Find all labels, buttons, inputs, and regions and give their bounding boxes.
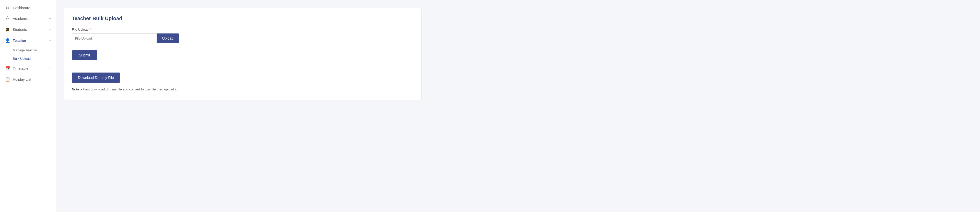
holiday-list-icon: 📋 <box>5 77 10 82</box>
chevron-down-icon: ▾ <box>49 17 51 21</box>
note-text: Note :- First download dummy file and co… <box>72 87 414 92</box>
page-title: Teacher Bulk Upload <box>72 16 414 21</box>
sidebar-item-label: Holiday List <box>13 77 31 81</box>
sidebar-item-dashboard[interactable]: 🏛 Dashboard <box>0 3 56 13</box>
sidebar-item-label: Academics <box>13 17 30 21</box>
main-content: Teacher Bulk Upload File Upload * Upload… <box>56 0 980 212</box>
teacher-icon: 👤 <box>5 38 10 43</box>
sidebar-item-timetable[interactable]: 📅 Timetable ▾ <box>0 63 56 74</box>
download-section: Download Dummy File Note :- First downlo… <box>72 73 414 92</box>
chevron-down-icon: ▾ <box>49 28 51 31</box>
chevron-down-icon: ▾ <box>49 67 51 70</box>
download-dummy-file-button[interactable]: Download Dummy File <box>72 73 120 83</box>
sidebar-item-academics[interactable]: 🏛 Academics ▾ <box>0 13 56 24</box>
timetable-icon: 📅 <box>5 66 10 71</box>
sidebar-item-label: Dashboard <box>13 6 30 10</box>
dashboard-icon: 🏛 <box>5 6 10 10</box>
required-indicator: * <box>90 27 91 32</box>
file-upload-label: File Upload * <box>72 27 414 32</box>
students-icon: 🎓 <box>5 27 10 32</box>
sidebar-item-label: Timetable <box>13 66 29 70</box>
file-upload-group: File Upload * Upload <box>72 27 414 43</box>
sidebar-sub-item-label: Manage Teacher <box>13 48 38 52</box>
sidebar-item-label: Students <box>13 27 27 32</box>
file-input-row: Upload <box>72 33 179 43</box>
file-upload-input[interactable] <box>72 33 157 43</box>
chevron-down-icon: ▾ <box>49 39 51 42</box>
sidebar-item-students[interactable]: 🎓 Students ▾ <box>0 24 56 35</box>
sidebar-item-label: Teacher <box>13 38 26 43</box>
sidebar-item-manage-teacher[interactable]: Manage Teacher <box>0 46 56 54</box>
sidebar-sub-item-label: Bulk Upload <box>13 57 31 61</box>
submit-button[interactable]: Submit <box>72 50 97 60</box>
upload-button[interactable]: Upload <box>157 33 179 43</box>
sidebar-item-bulk-upload[interactable]: Bulk Upload <box>0 54 56 63</box>
content-card: Teacher Bulk Upload File Upload * Upload… <box>64 8 422 100</box>
sidebar-item-teacher[interactable]: 👤 Teacher ▾ <box>0 35 56 46</box>
sidebar: 🏛 Dashboard 🏛 Academics ▾ 🎓 Students ▾ 👤… <box>0 0 56 212</box>
sidebar-item-holiday-list[interactable]: 📋 Holiday List <box>0 74 56 85</box>
academics-icon: 🏛 <box>5 16 10 21</box>
